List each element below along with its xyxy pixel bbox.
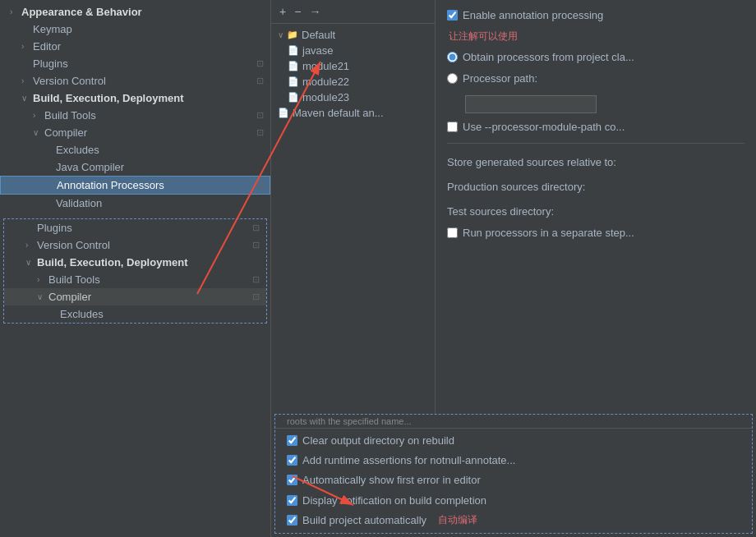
- add-runtime-assertions-checkbox[interactable]: [287, 455, 297, 466]
- add-runtime-assertions-label: Add runtime assertions for notnull-annot…: [302, 453, 515, 468]
- sidebar-item-validation[interactable]: Validation: [0, 195, 270, 212]
- sidebar-item-label: Build, Execution, Deployment: [33, 92, 264, 104]
- auto-show-error-label: Automatically show first error in editor: [302, 473, 481, 488]
- arrow-icon: ∨: [25, 258, 37, 267]
- sidebar-item-excludes[interactable]: Excludes: [0, 141, 270, 158]
- display-notification-checkbox[interactable]: [287, 495, 297, 506]
- clear-output-checkbox[interactable]: [287, 435, 297, 446]
- obtain-classpath-label: Obtain processors from project cla...: [463, 50, 634, 65]
- processor-path-field-container: [465, 94, 744, 113]
- obtain-classpath-radio[interactable]: [447, 52, 458, 62]
- build-project-auto-row: Build project automatically 自动编译: [287, 513, 740, 528]
- dashed-section: Plugins ⊡ › Version Control ⊡ ∨ Build, E…: [0, 218, 270, 324]
- sidebar-item-plugins2[interactable]: Plugins ⊡: [4, 219, 266, 236]
- run-processors-row: Run processors in a separate step...: [447, 226, 744, 241]
- sidebar-item-version-control[interactable]: › Version Control ⊡: [0, 72, 270, 90]
- sidebar-item-editor[interactable]: › Editor: [0, 38, 270, 55]
- settings-icon: ⊡: [256, 110, 264, 121]
- proc-item-module23[interactable]: 📄 module23: [271, 90, 435, 105]
- proc-item-module22[interactable]: 📄 module22: [271, 74, 435, 90]
- production-sources-row: Production sources directory:: [447, 177, 744, 195]
- add-processor-button[interactable]: +: [276, 3, 289, 20]
- proc-item-label: Maven default an...: [293, 107, 384, 119]
- enable-annotation-row: Enable annotation processing: [447, 8, 744, 23]
- enable-annotation-label: Enable annotation processing: [463, 8, 603, 23]
- top-right-section: + − → ∨ 📁 Default 📄 javase 📄 module21: [271, 0, 756, 414]
- sidebar-item-build-execution[interactable]: ∨ Build, Execution, Deployment: [0, 90, 270, 107]
- settings-icon: ⊡: [252, 223, 260, 233]
- sidebar-item-appearance[interactable]: › Appearance & Behavior: [0, 3, 270, 21]
- sidebar-item-version-control2[interactable]: › Version Control ⊡: [4, 236, 266, 254]
- tree-toolbar: + − →: [271, 0, 435, 24]
- store-generated-row: Store generated sources relative to:: [447, 152, 744, 170]
- arrow-icon: ∨: [37, 292, 48, 301]
- auto-show-error-row: Automatically show first error in editor: [287, 473, 740, 488]
- settings-icon: ⊡: [256, 58, 264, 69]
- arrow-icon: ›: [37, 275, 48, 284]
- options-panel: Enable annotation processing 让注解可以使用 Obt…: [436, 0, 756, 414]
- clear-output-row: Clear output directory on rebuild: [287, 434, 740, 448]
- sidebar-item-plugins[interactable]: Plugins ⊡: [0, 55, 270, 72]
- move-processor-button[interactable]: →: [306, 3, 324, 20]
- settings-icon: ⊡: [256, 180, 263, 190]
- use-processor-module-label: Use --processor-module-path co...: [463, 120, 625, 135]
- sidebar-item-label: Editor: [33, 40, 264, 53]
- sidebar-item-label: Build Tools: [48, 273, 249, 286]
- sidebar-item-annotation-processors[interactable]: Annotation Processors ⊡: [0, 176, 270, 195]
- processor-path-label: Processor path:: [463, 71, 537, 86]
- sidebar-item-build-tools2[interactable]: › Build Tools ⊡: [4, 271, 266, 288]
- enable-annotation-checkbox[interactable]: [447, 10, 458, 21]
- file-icon: 📄: [278, 108, 289, 118]
- sidebar-item-build-execution2[interactable]: ∨ Build, Execution, Deployment: [4, 254, 266, 271]
- proc-item-label: module22: [302, 76, 349, 88]
- dashed-box: Plugins ⊡ › Version Control ⊡ ∨ Build, E…: [3, 218, 267, 324]
- folder-icon: 📁: [287, 30, 298, 40]
- arrow-icon: ›: [21, 76, 33, 85]
- file-icon: 📄: [288, 92, 299, 103]
- add-runtime-assertions-row: Add runtime assertions for notnull-annot…: [287, 453, 740, 468]
- file-icon: 📄: [288, 45, 299, 56]
- proc-item-maven[interactable]: 📄 Maven default an...: [271, 105, 435, 121]
- sidebar-item-keymap[interactable]: Keymap: [0, 21, 270, 38]
- arrow-icon: ›: [10, 7, 21, 16]
- sidebar-item-java-compiler[interactable]: Java Compiler: [0, 158, 270, 176]
- proc-item-javase[interactable]: 📄 javase: [271, 43, 435, 58]
- remove-processor-button[interactable]: −: [291, 3, 304, 20]
- sidebar-item-build-tools[interactable]: › Build Tools ⊡: [0, 107, 270, 124]
- sidebar-item-label: Validation: [56, 197, 264, 209]
- run-processors-checkbox[interactable]: [447, 227, 458, 238]
- use-processor-module-checkbox[interactable]: [447, 122, 458, 132]
- sidebar-item-label: Build, Execution, Deployment: [37, 256, 260, 268]
- store-generated-label: Store generated sources relative to:: [447, 155, 616, 170]
- sidebar-item-compiler[interactable]: ∨ Compiler ⊡: [0, 124, 270, 141]
- sidebar-item-label: Version Control: [37, 239, 249, 251]
- arrow-icon: ∨: [278, 30, 284, 39]
- roots-note: roots with the specified name...: [275, 415, 752, 429]
- test-sources-row: Test sources directory:: [447, 201, 744, 219]
- right-panel: + − → ∨ 📁 Default 📄 javase 📄 module21: [271, 0, 756, 537]
- proc-item-module21[interactable]: 📄 module21: [271, 58, 435, 74]
- proc-item-label: module23: [302, 91, 349, 103]
- arrow-icon: ›: [21, 42, 33, 51]
- arrow-icon: ›: [33, 111, 44, 120]
- sidebar-item-label: Plugins: [33, 57, 253, 70]
- proc-item-label: javase: [302, 44, 334, 57]
- arrow-icon: ›: [25, 241, 37, 250]
- settings-icon: ⊡: [256, 127, 264, 138]
- sidebar-item-label: Build Tools: [44, 109, 253, 122]
- file-icon: 📄: [288, 76, 299, 87]
- sidebar-item-label: Plugins: [37, 222, 249, 234]
- file-icon: 📄: [288, 61, 299, 71]
- sidebar-item-label: Appearance & Behavior: [21, 6, 264, 18]
- auto-show-error-checkbox[interactable]: [287, 475, 297, 485]
- settings-icon: ⊡: [256, 76, 264, 86]
- sidebar-item-compiler2[interactable]: ∨ Compiler ⊡: [4, 288, 266, 305]
- build-project-auto-checkbox[interactable]: [287, 515, 297, 526]
- proc-item-label: Default: [302, 29, 335, 41]
- compiler-options-container: Clear output directory on rebuild Add ru…: [275, 429, 752, 533]
- sidebar-item-excludes2[interactable]: Excludes: [4, 305, 266, 323]
- display-notification-label: Display notification on build completion: [302, 493, 486, 508]
- processor-path-input[interactable]: [465, 95, 597, 113]
- proc-item-default[interactable]: ∨ 📁 Default: [271, 27, 435, 43]
- processor-path-radio[interactable]: [447, 73, 458, 84]
